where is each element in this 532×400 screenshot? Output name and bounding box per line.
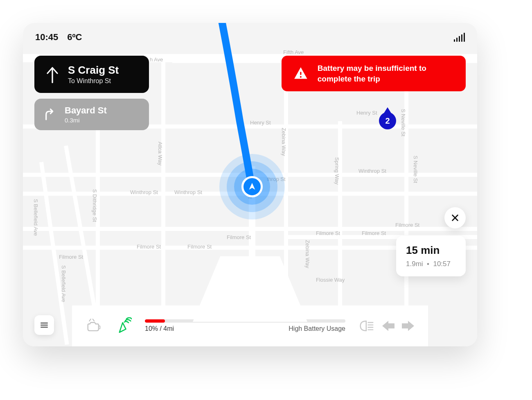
menu-icon	[39, 320, 49, 330]
poi-pin[interactable]: 2	[379, 112, 396, 129]
street-label-zebina2: Zebina Way	[304, 240, 311, 268]
gps-signal-icon[interactable]	[115, 317, 132, 334]
street-label-atlca: Atlca Way	[157, 142, 163, 165]
street-label-henry: Henry St	[250, 120, 271, 126]
road	[161, 60, 165, 346]
current-street: S Craig St	[68, 64, 119, 77]
street-label-flossie: Flossie Way	[316, 277, 345, 283]
menu-button[interactable]	[34, 315, 54, 335]
street-label-neville2: S Neville St	[413, 156, 419, 183]
street-label-filmore4: Filmore St	[227, 234, 251, 240]
navigation-app-frame: Fifth Ave h Ave Henry St Henry St Winthr…	[23, 23, 477, 346]
street-label-filmore7: Filmore St	[395, 222, 419, 228]
street-label-filmore2: Filmore St	[137, 244, 161, 250]
street-label-bellefield2: S Bellefield Ave	[61, 265, 67, 302]
street-label-zebina: Zebina Way	[281, 128, 287, 156]
close-button[interactable]	[444, 207, 466, 228]
warning-icon	[293, 64, 309, 84]
street-label-fifth: Fifth Ave	[283, 49, 304, 55]
street-label-filmore3: Filmore St	[187, 244, 212, 250]
status-temperature: 6ºC	[67, 32, 82, 43]
road	[404, 60, 408, 346]
street-label-spring: Spring Way	[334, 157, 340, 185]
next-street: Bayard St	[65, 105, 107, 116]
close-icon	[451, 213, 460, 222]
street-label-dithridge: S Dithridge St	[92, 189, 98, 222]
direction-card-next[interactable]: Bayard St 0.3mi	[34, 99, 149, 130]
headlights-icon[interactable]	[358, 319, 375, 333]
battery-usage-text: High Battery Usage	[289, 325, 345, 332]
right-indicator-icon[interactable]	[402, 321, 414, 331]
alert-message: Battery may be insufficient to complete …	[318, 63, 454, 84]
engine-icon[interactable]	[86, 318, 101, 334]
signal-icon	[454, 33, 465, 42]
street-label-neville: S Neville St	[400, 109, 406, 136]
status-time: 10:45	[35, 32, 58, 43]
poi-count: 2	[385, 116, 390, 126]
left-indicator-icon[interactable]	[382, 321, 394, 331]
current-toward: To Winthrop St	[68, 77, 119, 85]
status-bar: 10:45 6ºC	[35, 32, 465, 43]
battery-alert[interactable]: Battery may be insufficient to complete …	[282, 56, 466, 91]
eta-details: 1.9mi • 10:57	[406, 260, 456, 268]
street-label-henry2: Henry St	[356, 110, 377, 116]
battery-percent: 10% / 4mi	[145, 325, 174, 332]
svg-point-1	[300, 76, 302, 77]
street-label-filmore6: Filmore St	[362, 230, 386, 236]
eta-card[interactable]: 15 min 1.9mi • 10:57	[396, 236, 466, 276]
directions-cards: S Craig St To Winthrop St Bayard St 0.3m…	[34, 56, 149, 130]
street-label-winthrop2: Winthrop St	[174, 189, 202, 195]
direction-card-current[interactable]: S Craig St To Winthrop St	[34, 56, 149, 93]
arrow-up-icon	[45, 66, 60, 83]
street-label-g-st: g St	[247, 189, 253, 199]
turn-right-icon	[43, 108, 56, 122]
svg-rect-0	[300, 72, 301, 75]
street-label-throp: throp St	[267, 176, 286, 182]
svg-rect-2	[99, 326, 100, 329]
street-label-filmore5: Filmore St	[316, 230, 340, 236]
eta-time: 15 min	[406, 244, 456, 257]
next-distance: 0.3mi	[65, 117, 107, 124]
street-label-h-ave: h Ave	[150, 56, 163, 63]
street-label-bellefield: S Bellefield Ave	[33, 199, 39, 236]
battery-fill	[145, 319, 165, 323]
street-label-winthrop: Winthrop St	[130, 189, 158, 195]
street-label-filmore: Filmore St	[59, 254, 83, 260]
street-label-winthrop3: Winthrop St	[358, 168, 386, 174]
